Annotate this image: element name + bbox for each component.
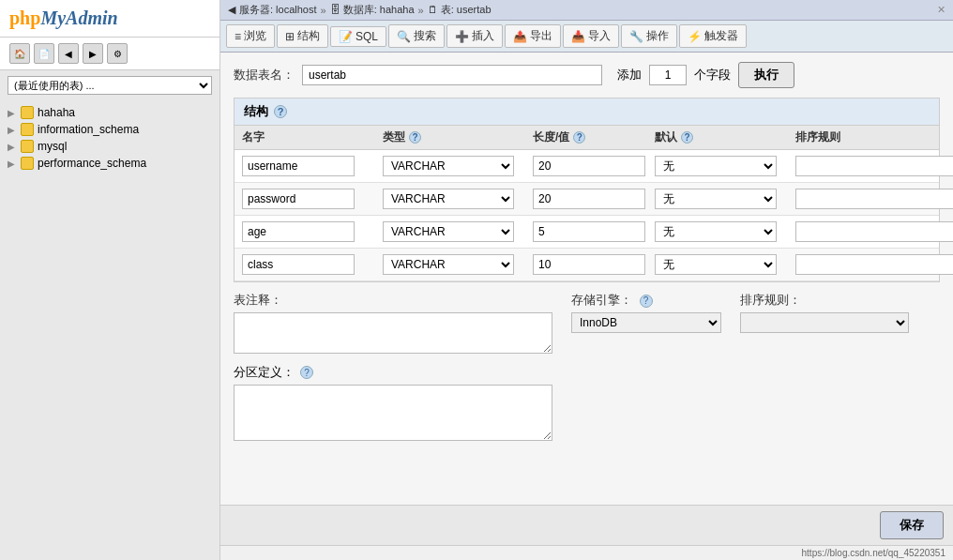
fields-label: 个字段 xyxy=(694,67,731,83)
field-row-username: VARCHAR INTTEXTDATEDATETIME 无NULL xyxy=(234,150,939,183)
field-type-select-1[interactable]: VARCHAR INTTEXTDATEDATETIME xyxy=(383,156,514,176)
field-collation-select-3[interactable] xyxy=(795,221,953,242)
home-icon[interactable]: 🏠 xyxy=(9,43,30,64)
db-item-information-schema[interactable]: ▶ information_schema xyxy=(8,121,212,138)
storage-help-icon[interactable]: ? xyxy=(640,295,653,308)
col-h-length: 长度/值 ? xyxy=(533,129,655,145)
save-button[interactable]: 保存 xyxy=(880,511,944,539)
main-area: ◀ 服务器: localhost » 🗄 数据库: hahaha » 🗒 表: … xyxy=(220,0,953,560)
field-type-cell-3: VARCHAR INTTEXT xyxy=(383,221,533,242)
partition-label-row: 分区定义： ? xyxy=(234,364,552,381)
col-h-default: 默认 ? xyxy=(655,129,795,145)
table-label: 🗒 表: usertab xyxy=(428,3,492,17)
field-type-select-4[interactable]: VARCHAR INTTEXT xyxy=(383,254,514,275)
insert-label: 插入 xyxy=(472,28,494,44)
col-default-label: 默认 xyxy=(655,129,677,145)
db-icon xyxy=(21,123,34,136)
col-h-name: 名字 xyxy=(242,129,383,145)
forward-icon[interactable]: ▶ xyxy=(83,43,103,64)
field-collation-select-2[interactable] xyxy=(795,189,953,209)
field-default-select-2[interactable]: 无NULL xyxy=(655,189,777,209)
field-type-select-2[interactable]: VARCHAR INTTEXTDATE xyxy=(383,189,514,209)
content-area: 数据表名： 添加 个字段 执行 结构 ? 名字 类型 ? 长 xyxy=(220,53,953,505)
search-label: 搜索 xyxy=(414,28,436,44)
toolbar-export[interactable]: 📤 导出 xyxy=(505,24,561,48)
recent-tables-select[interactable]: (最近使用的表) ... xyxy=(8,76,212,95)
triggers-icon: ⚡ xyxy=(688,30,702,43)
storage-label: 存储引擎： ? xyxy=(571,292,721,309)
operations-label: 操作 xyxy=(646,28,669,44)
field-length-input-2[interactable] xyxy=(533,189,645,209)
field-collation-select-4[interactable] xyxy=(795,254,953,275)
db-name: information_schema xyxy=(38,123,139,136)
add-label: 添加 xyxy=(617,67,642,83)
comment-textarea[interactable] xyxy=(234,312,552,354)
field-name-input-4[interactable] xyxy=(242,254,355,275)
field-default-cell-2: 无NULL xyxy=(655,189,795,209)
field-default-select-1[interactable]: 无NULL xyxy=(655,156,777,176)
field-name-cell-3 xyxy=(242,221,383,242)
field-length-input-1[interactable] xyxy=(533,156,645,176)
table-name-input[interactable] xyxy=(302,65,602,85)
toolbar-triggers[interactable]: ⚡ 触发器 xyxy=(679,24,747,48)
breadcrumb-sep2: » xyxy=(418,5,424,16)
field-name-input-1[interactable] xyxy=(242,156,355,176)
field-length-input-4[interactable] xyxy=(533,254,645,275)
field-collation-cell-2 xyxy=(795,189,953,209)
toolbar-search[interactable]: 🔍 搜索 xyxy=(388,24,445,48)
database-label: 🗄 数据库: hahaha xyxy=(330,3,415,17)
sort-label: 排序规则： xyxy=(740,292,909,309)
field-collation-select-1[interactable] xyxy=(795,156,953,176)
db-icon xyxy=(21,157,34,170)
col-h-collation: 排序规则 xyxy=(795,129,953,145)
field-length-cell-3 xyxy=(533,221,655,242)
field-length-cell-2 xyxy=(533,189,655,209)
phpmyadmin-logo: phpMyAdmin xyxy=(9,8,210,29)
length-help-icon[interactable]: ? xyxy=(573,131,585,144)
recent-tables-dropdown[interactable]: (最近使用的表) ... xyxy=(8,76,212,95)
field-collation-cell-4 xyxy=(795,254,953,275)
partition-label-text: 分区定义： xyxy=(234,364,295,381)
execute-button[interactable]: 执行 xyxy=(738,62,794,88)
partition-help-icon[interactable]: ? xyxy=(300,366,313,379)
db-name: performance_schema xyxy=(38,157,146,170)
import-label: 导入 xyxy=(588,28,611,44)
db-item-mysql[interactable]: ▶ mysql xyxy=(8,138,212,155)
toolbar-structure[interactable]: ⊞ 结构 xyxy=(277,24,328,48)
field-name-input-2[interactable] xyxy=(242,189,355,209)
database-tree: ▶ hahaha ▶ information_schema ▶ mysql ▶ … xyxy=(0,100,219,560)
field-name-input-3[interactable] xyxy=(242,221,355,242)
field-length-input-3[interactable] xyxy=(533,221,645,242)
structure-help-icon[interactable]: ? xyxy=(274,105,287,118)
partition-textarea[interactable] xyxy=(234,385,552,441)
num-fields-input[interactable] xyxy=(649,65,687,85)
field-default-select-4[interactable]: 无NULL xyxy=(655,254,777,275)
field-type-cell-4: VARCHAR INTTEXT xyxy=(383,254,533,275)
type-help-icon[interactable]: ? xyxy=(409,131,421,144)
db-item-hahaha[interactable]: ▶ hahaha xyxy=(8,104,212,121)
close-icon[interactable]: ✕ xyxy=(937,4,945,16)
back-icon[interactable]: ◀ xyxy=(58,43,79,64)
logo-php: php xyxy=(9,8,40,28)
toolbar-sql[interactable]: 📝 SQL xyxy=(330,26,386,47)
doc-icon[interactable]: 📄 xyxy=(34,43,54,64)
toolbar-operations[interactable]: 🔧 操作 xyxy=(621,24,677,48)
save-bar: 保存 xyxy=(220,505,953,545)
field-row-age: VARCHAR INTTEXT 无NULL xyxy=(234,216,939,249)
default-help-icon[interactable]: ? xyxy=(681,131,693,144)
db-item-performance-schema[interactable]: ▶ performance_schema xyxy=(8,155,212,172)
sort-select[interactable] xyxy=(740,312,909,333)
field-name-cell-4 xyxy=(242,254,383,275)
storage-select[interactable]: InnoDB MyISAM MEMORY CSV xyxy=(571,312,721,333)
field-default-select-3[interactable]: 无NULL xyxy=(655,221,777,242)
field-name-cell-1 xyxy=(242,156,383,176)
field-type-select-3[interactable]: VARCHAR INTTEXT xyxy=(383,221,514,242)
field-type-cell-1: VARCHAR INTTEXTDATEDATETIME xyxy=(383,156,533,176)
toolbar-import[interactable]: 📥 导入 xyxy=(563,24,619,48)
export-icon: 📤 xyxy=(513,30,527,43)
col-collation-label: 排序规则 xyxy=(795,129,840,145)
toolbar-insert[interactable]: ➕ 插入 xyxy=(446,24,503,48)
structure-header: 结构 ? xyxy=(234,98,939,126)
toolbar-browse[interactable]: ≡ 浏览 xyxy=(226,24,275,48)
settings-icon[interactable]: ⚙ xyxy=(107,43,128,64)
